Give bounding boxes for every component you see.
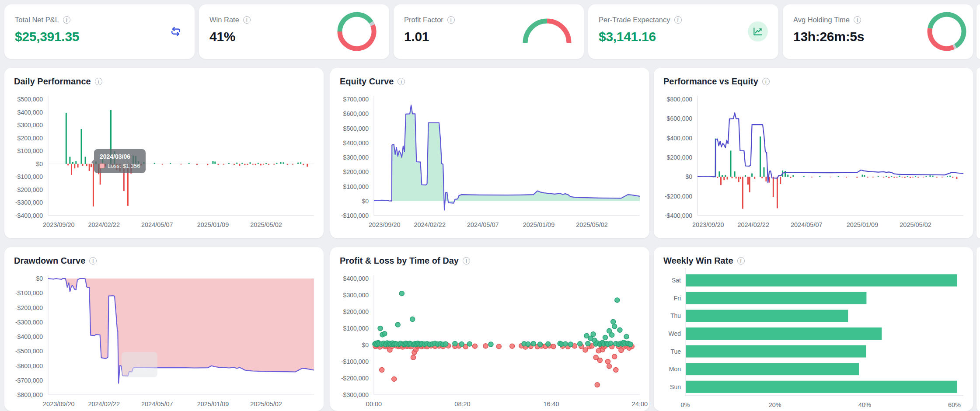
- svg-text:$600,000: $600,000: [343, 110, 369, 117]
- svg-text:-$300,000: -$300,000: [341, 391, 369, 398]
- refresh-icon[interactable]: [169, 25, 182, 40]
- svg-text:$400,000: $400,000: [343, 275, 369, 282]
- svg-text:$300,000: $300,000: [17, 122, 43, 129]
- svg-text:$100,000: $100,000: [343, 183, 369, 190]
- svg-text:$0: $0: [362, 341, 369, 348]
- svg-text:-$400,000: -$400,000: [15, 212, 43, 219]
- info-icon[interactable]: i: [674, 16, 682, 24]
- info-icon[interactable]: i: [95, 78, 102, 85]
- kpi-value-per-trade-expectancy: $3,141.16: [599, 29, 682, 44]
- chart-tooltip: 2024/03/06 Loss: $1,356: [94, 149, 146, 173]
- equity-curve-chart[interactable]: $700,000$600,000$500,000$400,000$300,000…: [330, 68, 649, 238]
- weekly-win-rate-chart[interactable]: SatFriThuWedTueMonSun0%20%40%60%: [654, 247, 973, 411]
- clipped-card-sliver: [977, 247, 980, 411]
- chart-title: Profit & Loss by Time of Day: [340, 256, 459, 266]
- svg-text:2025/01/09: 2025/01/09: [197, 221, 229, 228]
- chart-title: Performance vs Equity: [663, 77, 758, 87]
- svg-text:08:20: 08:20: [454, 401, 470, 408]
- svg-text:$300,000: $300,000: [343, 292, 369, 299]
- svg-text:-$700,000: -$700,000: [15, 377, 43, 384]
- svg-text:2024/02/22: 2024/02/22: [737, 221, 769, 228]
- svg-text:2024/05/07: 2024/05/07: [141, 221, 173, 228]
- svg-text:-$200,000: -$200,000: [665, 193, 692, 200]
- clipped-card-sliver: [977, 68, 980, 238]
- kpi-card-profit-factor: Profit Factor i 1.01: [394, 4, 584, 59]
- info-icon[interactable]: i: [243, 16, 251, 24]
- svg-text:$0: $0: [685, 173, 692, 180]
- svg-text:$400,000: $400,000: [17, 109, 43, 116]
- svg-text:-$600,000: -$600,000: [15, 362, 43, 369]
- svg-text:-$300,000: -$300,000: [15, 199, 43, 206]
- svg-text:$400,000: $400,000: [343, 139, 369, 146]
- info-icon[interactable]: i: [854, 16, 861, 24]
- performance-vs-equity-chart[interactable]: $800,000$600,000$400,000$200,000$0-$200,…: [654, 68, 973, 238]
- svg-text:-$400,000: -$400,000: [15, 333, 43, 340]
- info-icon[interactable]: i: [89, 257, 97, 265]
- svg-text:$100,000: $100,000: [17, 147, 43, 154]
- chart-title: Drawdown Curve: [14, 256, 85, 266]
- svg-text:Thu: Thu: [670, 312, 681, 319]
- daily-performance-chart[interactable]: $500,000$400,000$300,000$200,000$100,000…: [4, 68, 324, 238]
- svg-text:2025/05/02: 2025/05/02: [250, 401, 282, 408]
- kpi-card-total-net-pnl: Total Net P&L i $25,391.35: [4, 4, 195, 59]
- svg-text:-$200,000: -$200,000: [15, 304, 43, 311]
- kpi-card-per-trade-expectancy: Per-Trade Expectancy i $3,141.16: [588, 4, 778, 59]
- svg-text:$0: $0: [362, 198, 369, 205]
- info-icon[interactable]: i: [463, 257, 470, 265]
- faded-tooltip: [122, 352, 157, 377]
- chart-title: Weekly Win Rate: [663, 256, 733, 266]
- svg-text:Fri: Fri: [674, 295, 681, 302]
- svg-text:$400,000: $400,000: [667, 135, 693, 142]
- kpi-label: Avg Holding Time: [793, 16, 850, 24]
- svg-text:2024/02/22: 2024/02/22: [414, 221, 446, 228]
- kpi-card-avg-holding-time: Avg Holding Time i 13h:26m:5s: [783, 4, 973, 59]
- svg-text:$0: $0: [36, 275, 43, 282]
- loss-swatch-icon: [100, 164, 105, 168]
- svg-text:Tue: Tue: [670, 348, 681, 355]
- svg-text:-$400,000: -$400,000: [665, 212, 692, 219]
- svg-text:$0: $0: [36, 160, 43, 167]
- svg-text:$100,000: $100,000: [343, 325, 369, 332]
- svg-text:0%: 0%: [681, 401, 690, 408]
- svg-text:2023/09/20: 2023/09/20: [43, 401, 75, 408]
- kpi-value-avg-holding-time: 13h:26m:5s: [793, 29, 864, 44]
- equity-curve-card: Equity Curve i $700,000$600,000$500,000$…: [330, 68, 649, 238]
- profit-factor-gauge: [520, 17, 574, 47]
- info-icon[interactable]: i: [737, 257, 745, 265]
- info-icon[interactable]: i: [447, 16, 455, 24]
- svg-text:2024/05/07: 2024/05/07: [141, 401, 173, 408]
- svg-text:$200,000: $200,000: [343, 168, 369, 175]
- svg-text:60%: 60%: [948, 401, 961, 408]
- svg-text:2025/05/02: 2025/05/02: [900, 221, 931, 228]
- kpi-value-win-rate: 41%: [209, 29, 251, 44]
- kpi-value-total-net-pnl: $25,391.35: [15, 29, 79, 44]
- drawdown-curve-card: Drawdown Curve i $0-$100,000-$200,000-$3…: [4, 247, 324, 411]
- trend-chart-icon: [748, 21, 768, 42]
- svg-text:$200,000: $200,000: [17, 135, 43, 142]
- tooltip-arrow: [91, 160, 94, 165]
- svg-text:2023/09/20: 2023/09/20: [369, 221, 401, 228]
- tooltip-date: 2024/03/06: [100, 153, 140, 160]
- info-icon[interactable]: i: [63, 16, 70, 24]
- svg-text:16:40: 16:40: [543, 401, 559, 408]
- info-icon[interactable]: i: [762, 78, 770, 85]
- svg-text:40%: 40%: [858, 401, 871, 408]
- svg-text:$600,000: $600,000: [667, 115, 693, 122]
- chart-title: Daily Performance: [14, 77, 91, 87]
- svg-text:20%: 20%: [769, 401, 781, 408]
- trading-dashboard: Total Net P&L i $25,391.35 Win Rate i 41…: [0, 0, 980, 411]
- drawdown-curve-chart[interactable]: $0-$100,000-$200,000-$300,000-$400,000-$…: [4, 247, 324, 411]
- svg-text:$800,000: $800,000: [667, 96, 693, 103]
- holding-time-donut-chart: [927, 11, 967, 53]
- clipped-card-sliver: [977, 4, 980, 59]
- kpi-label: Per-Trade Expectancy: [599, 16, 670, 24]
- svg-text:$500,000: $500,000: [343, 125, 369, 132]
- kpi-label: Win Rate: [209, 16, 239, 24]
- daily-performance-card: Daily Performance i $500,000$400,000$300…: [4, 68, 324, 238]
- pnl-by-time-of-day-chart[interactable]: $400,000$300,000$200,000$100,000$0-$100,…: [330, 247, 649, 411]
- chart-title: Equity Curve: [340, 77, 394, 87]
- svg-text:Sun: Sun: [670, 383, 681, 390]
- weekly-win-rate-card: Weekly Win Rate i SatFriThuWedTueMonSun0…: [654, 247, 973, 411]
- info-icon[interactable]: i: [398, 78, 405, 85]
- svg-text:2024/02/22: 2024/02/22: [88, 221, 120, 228]
